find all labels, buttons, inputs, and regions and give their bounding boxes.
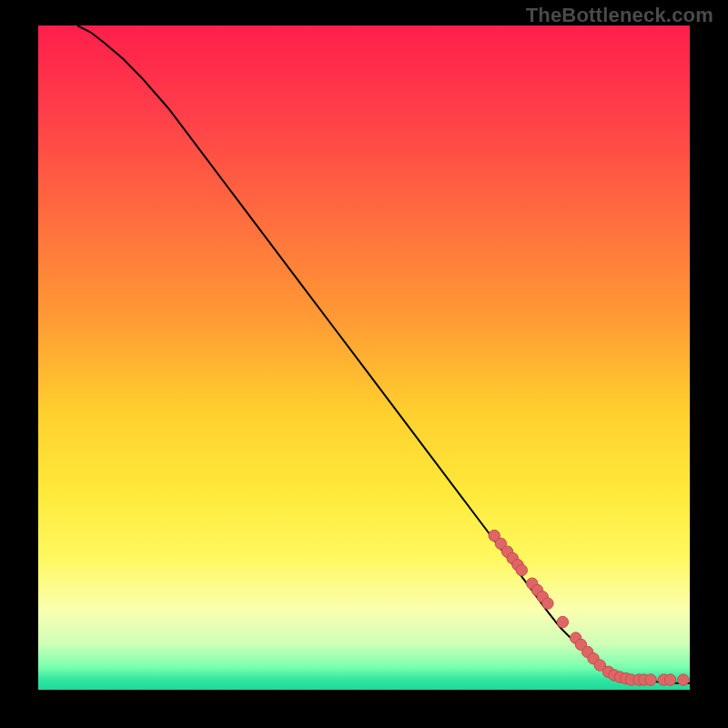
chart-container: TheBottleneck.com [0, 0, 728, 728]
scatter-point [664, 674, 675, 685]
chart-svg [38, 25, 690, 690]
scatter-point [678, 674, 689, 685]
scatter-point [516, 564, 527, 575]
plot-area [38, 25, 690, 690]
watermark-text: TheBottleneck.com [526, 4, 713, 27]
gradient-background [38, 25, 690, 690]
scatter-point [645, 674, 656, 685]
scatter-point [557, 616, 568, 627]
scatter-point [542, 598, 553, 609]
